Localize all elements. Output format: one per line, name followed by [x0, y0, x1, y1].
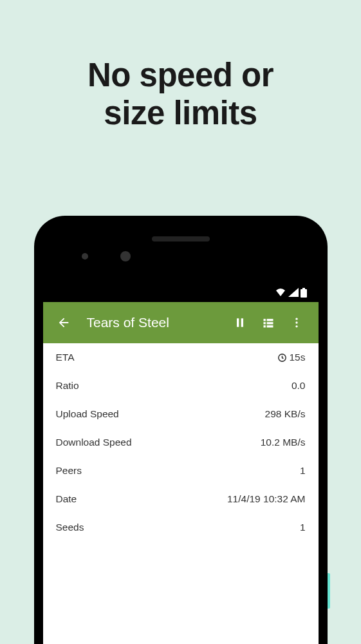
back-button[interactable]	[51, 310, 77, 336]
row-label: ETA	[56, 352, 75, 363]
detail-row-peers: Peers 1	[43, 457, 319, 485]
torrent-details: ETA 15s Ratio 0.0	[43, 343, 319, 644]
svg-point-10	[295, 318, 297, 320]
row-label: Ratio	[56, 380, 79, 392]
row-label: Seeds	[56, 522, 84, 533]
phone-camera	[120, 251, 131, 261]
row-value: 10.2 MB/s	[261, 437, 306, 448]
pause-icon	[234, 316, 246, 329]
detail-row-eta: ETA 15s	[43, 343, 319, 372]
svg-rect-3	[241, 318, 243, 327]
row-label: Upload Speed	[56, 408, 119, 420]
detail-row-date: Date 11/4/19 10:32 AM	[43, 485, 319, 513]
row-value: 0.0	[292, 380, 306, 392]
svg-rect-6	[263, 322, 265, 324]
row-label: Download Speed	[56, 437, 132, 448]
svg-rect-0	[301, 289, 307, 298]
row-value: 1	[300, 465, 306, 477]
svg-rect-1	[302, 288, 305, 289]
phone-earpiece	[152, 236, 210, 242]
clock-icon	[277, 353, 287, 363]
svg-rect-9	[266, 325, 273, 327]
svg-rect-2	[237, 318, 239, 327]
detail-row-upload: Upload Speed 298 KB/s	[43, 400, 319, 428]
detail-row-ratio: Ratio 0.0	[43, 372, 319, 400]
phone-mockup: Tears of Steel	[34, 216, 328, 644]
battery-icon	[301, 288, 307, 298]
promo-headline: No speed or size limits	[0, 0, 361, 132]
list-icon	[262, 316, 275, 329]
phone-camera	[82, 253, 88, 260]
wifi-icon	[275, 288, 286, 297]
signal-icon	[288, 288, 299, 297]
svg-point-11	[295, 321, 297, 323]
row-value: 1	[300, 522, 306, 533]
app-title: Tears of Steel	[87, 315, 226, 330]
svg-rect-4	[263, 319, 265, 321]
row-value: 11/4/19 10:32 AM	[227, 493, 306, 505]
phone-side-button	[328, 573, 330, 609]
arrow-left-icon	[57, 316, 71, 330]
row-label: Date	[56, 493, 77, 505]
more-vert-icon	[290, 316, 303, 329]
detail-row-seeds: Seeds 1	[43, 513, 319, 542]
detail-row-download: Download Speed 10.2 MB/s	[43, 428, 319, 457]
more-button[interactable]	[282, 308, 311, 337]
phone-bezel-top	[43, 225, 319, 283]
svg-rect-7	[266, 322, 273, 324]
list-button[interactable]	[254, 308, 282, 337]
row-value: 298 KB/s	[265, 408, 306, 420]
svg-point-12	[295, 325, 297, 327]
headline-line2: size limits	[0, 95, 361, 133]
svg-rect-5	[266, 319, 273, 321]
row-value: 15s	[277, 352, 306, 363]
pause-button[interactable]	[226, 308, 254, 337]
headline-line1: No speed or	[0, 57, 361, 95]
row-label: Peers	[56, 465, 82, 477]
app-bar: Tears of Steel	[43, 302, 319, 343]
status-bar	[43, 283, 319, 302]
svg-rect-8	[263, 325, 265, 327]
